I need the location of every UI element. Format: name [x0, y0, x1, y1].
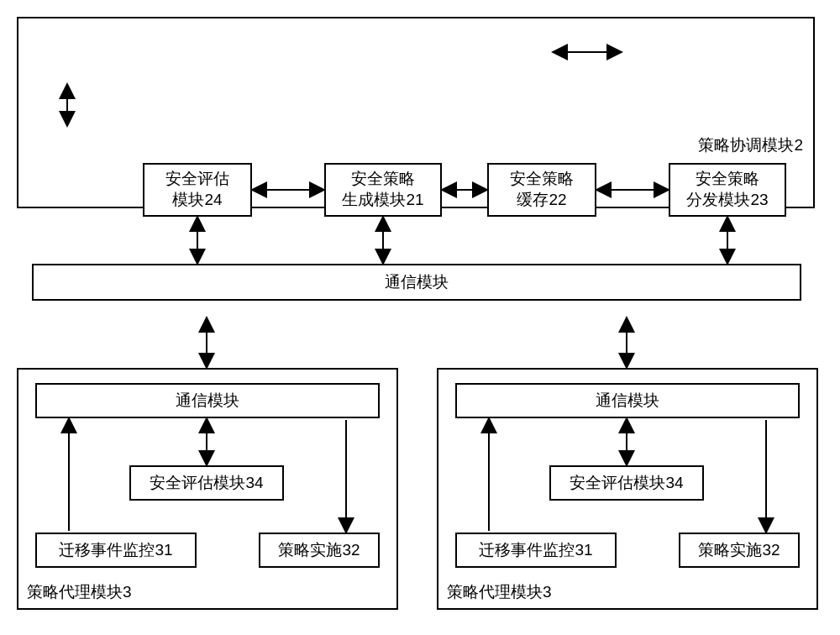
agent-left-eval-box: 安全评估模块34 [129, 465, 284, 501]
agent-left-impl-box: 策略实施32 [259, 533, 380, 568]
policy-gen-box: 安全策略 生成模块21 [324, 163, 442, 217]
agent-right-migration-text: 迁移事件监控31 [479, 540, 592, 561]
agent-right-comm-box: 通信模块 [455, 383, 800, 418]
agent-left-migration-box: 迁移事件监控31 [35, 533, 197, 568]
security-eval-box: 安全评估 模块24 [143, 163, 252, 217]
agent-left-comm-box: 通信模块 [35, 383, 380, 418]
agent-right-eval-text: 安全评估模块34 [570, 473, 683, 494]
security-eval-text: 安全评估 模块24 [165, 169, 229, 210]
agent-right-impl-text: 策略实施32 [698, 540, 780, 561]
agent-right-title: 策略代理模块3 [447, 581, 552, 603]
coord-comm-module-text: 通信模块 [385, 272, 449, 293]
agent-left-eval-text: 安全评估模块34 [150, 473, 263, 494]
policy-cache-box: 安全策略 缓存22 [487, 163, 596, 217]
agent-left-migration-text: 迁移事件监控31 [59, 540, 172, 561]
agent-left-impl-text: 策略实施32 [278, 540, 360, 561]
policy-gen-text: 安全策略 生成模块21 [342, 169, 423, 210]
policy-dist-box: 安全策略 分发模块23 [669, 163, 786, 217]
coord-comm-module-box: 通信模块 [32, 264, 801, 301]
policy-cache-text: 安全策略 缓存22 [510, 169, 574, 210]
agent-left-comm-text: 通信模块 [176, 391, 239, 412]
agent-right-comm-text: 通信模块 [596, 391, 659, 412]
agent-left-title: 策略代理模块3 [27, 581, 132, 603]
policy-dist-text: 安全策略 分发模块23 [686, 169, 768, 210]
agent-right-eval-box: 安全评估模块34 [549, 465, 704, 501]
agent-right-impl-box: 策略实施32 [679, 533, 800, 568]
policy-coord-title: 策略协调模块2 [698, 134, 803, 156]
agent-right-migration-box: 迁移事件监控31 [455, 533, 617, 568]
